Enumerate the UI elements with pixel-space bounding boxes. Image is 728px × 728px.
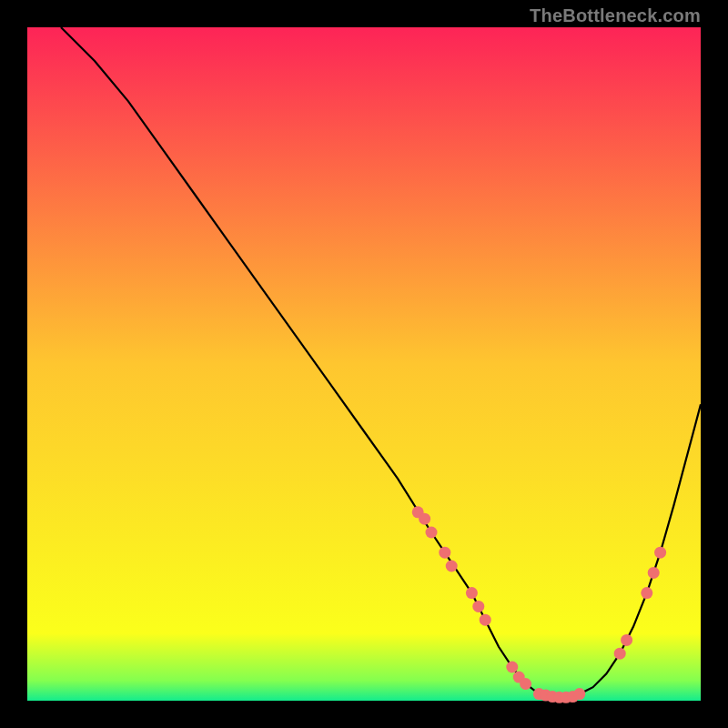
marker-point xyxy=(641,587,652,599)
marker-point xyxy=(480,614,491,626)
marker-point xyxy=(520,678,531,690)
marker-point xyxy=(426,527,438,539)
chart-svg xyxy=(0,0,728,728)
marker-point xyxy=(621,634,632,646)
marker-point xyxy=(472,601,484,612)
attribution-label: TheBottleneck.com xyxy=(530,5,701,26)
marker-point xyxy=(446,561,458,572)
marker-point xyxy=(419,513,430,525)
marker-point xyxy=(654,547,666,559)
marker-point xyxy=(573,688,585,700)
marker-point xyxy=(614,648,626,660)
marker-point xyxy=(506,662,518,673)
marker-point xyxy=(648,567,660,579)
gradient-background xyxy=(27,27,701,701)
marker-point xyxy=(466,587,478,599)
marker-point xyxy=(439,547,450,559)
